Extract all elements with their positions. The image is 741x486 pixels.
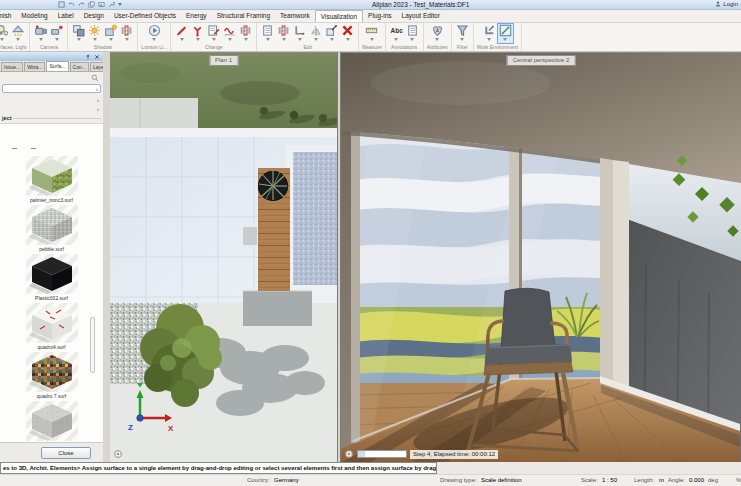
country-value: Germany — [274, 477, 299, 483]
undo-icon[interactable] — [68, 1, 75, 8]
list-size-handles[interactable] — [12, 148, 36, 149]
svg-text:Z: Z — [128, 423, 133, 432]
tab-issues[interactable]: Issue... — [1, 62, 23, 71]
material-item[interactable]: quadro4.surf — [0, 303, 103, 350]
viewport-plan[interactable]: Z X Plan 1 — [110, 52, 337, 462]
length-unit[interactable]: m — [659, 477, 664, 483]
panel-gutter[interactable] — [103, 52, 110, 462]
mirror-icon[interactable] — [308, 24, 323, 43]
material-item[interactable]: palmier_tronc3.surf — [0, 156, 103, 203]
drawing-type-value[interactable]: Scale definition — [481, 477, 522, 483]
measure-icon[interactable] — [364, 24, 379, 43]
sun-position-icon[interactable] — [87, 24, 102, 43]
viewport-settings-icon[interactable] — [344, 449, 354, 459]
collapsed-section-1[interactable]: › — [0, 95, 103, 104]
ribbon-group-attributes: Attributes — [424, 23, 452, 51]
render-progress-text: Step 4, Elapsed time: 00:00:12 — [410, 450, 498, 459]
menu-item-visualization[interactable]: Visualization — [315, 10, 363, 22]
menu-item-teamwork[interactable]: Teamwork — [275, 10, 315, 22]
move-copy-icon[interactable] — [324, 24, 339, 43]
menu-item-design[interactable]: Design — [79, 10, 109, 22]
close-icon[interactable] — [94, 54, 100, 60]
menu-item-plug-ins[interactable]: Plug-ins — [363, 10, 396, 22]
pin-icon[interactable] — [85, 54, 91, 60]
light-settings-icon[interactable] — [10, 24, 25, 43]
materials-scrollbar[interactable] — [90, 317, 95, 373]
group-label: Work Environment — [477, 44, 518, 50]
modify-pen-icon[interactable] — [174, 24, 189, 43]
modify-line-icon[interactable] — [222, 24, 237, 43]
label-icon[interactable] — [405, 24, 420, 43]
palette-footer: Close — [0, 442, 103, 462]
scale-value[interactable]: 1 : 50 — [602, 477, 617, 483]
divide-icon[interactable] — [190, 24, 205, 43]
menu-item-label[interactable]: Label — [53, 10, 79, 22]
shadow-settings-icon[interactable] — [103, 24, 118, 43]
group-label: Shadow — [94, 44, 112, 50]
clipboard-icon[interactable] — [260, 24, 275, 43]
app-window-icon[interactable] — [58, 1, 65, 8]
copy-icon[interactable] — [88, 1, 95, 8]
material-thumbnail-plastic — [26, 254, 78, 294]
trim-icon[interactable] — [276, 24, 291, 43]
viewport-perspective[interactable]: Central perspective 2 Step 4, Elapsed ti… — [341, 52, 741, 462]
tools-icon[interactable] — [108, 1, 115, 8]
group-label: Filter — [457, 44, 468, 50]
camera-path-icon[interactable] — [33, 24, 48, 43]
quickbar-dropdown-icon[interactable] — [118, 3, 122, 8]
plan-render[interactable]: Z X — [110, 53, 337, 462]
ribbon-group-camera: Camera — [30, 23, 68, 51]
country-label: Country: — [247, 477, 270, 483]
tab-wizards[interactable]: Wiza... — [24, 62, 45, 71]
material-item[interactable]: QUERCIA TRONCO E... — [0, 401, 103, 442]
tab-surfaces[interactable]: Surfa... — [46, 61, 68, 71]
menu-item-structural-framing[interactable]: Structural Framing — [212, 10, 275, 22]
materials-list: palmier_tronc3.surf pebble.surf — [0, 123, 103, 442]
ribbon-group-filter: Filter — [452, 23, 474, 51]
surface-category-dropdown[interactable]: › — [2, 84, 101, 93]
redo-icon[interactable] — [78, 1, 85, 8]
material-item[interactable]: Plastic002.surf — [0, 254, 103, 301]
search-icon[interactable] — [91, 74, 99, 82]
material-thumbnail-quercia — [26, 401, 78, 441]
menu-item-finish[interactable]: Finish — [0, 10, 16, 22]
close-button[interactable]: Close — [41, 447, 91, 459]
lumion-livesync-icon[interactable] — [147, 24, 162, 43]
viewport-label[interactable]: Central perspective 2 — [507, 55, 576, 66]
menu-bar: Finish Modeling Label Design User-Define… — [0, 10, 741, 23]
view-icon[interactable] — [98, 1, 105, 8]
workspace-icon[interactable] — [482, 24, 497, 43]
camera-settings-icon[interactable] — [49, 24, 64, 43]
angle-value[interactable]: 0.000 — [689, 477, 704, 483]
viewport-label[interactable]: Plan 1 — [209, 55, 238, 66]
viewport-settings-icon[interactable] — [113, 449, 123, 459]
assign-attributes-icon[interactable] — [430, 24, 445, 43]
material-thumbnail-tree — [26, 156, 78, 196]
shadow-section-icon[interactable] — [119, 24, 134, 43]
edit-document-icon[interactable] — [206, 24, 221, 43]
material-item[interactable]: quadro 7.surf — [0, 352, 103, 399]
match-properties-icon[interactable] — [238, 24, 253, 43]
ribbon-group-change: Change — [171, 23, 257, 51]
text-icon[interactable]: Abc — [389, 24, 404, 43]
material-name: Plastic002.surf — [35, 295, 68, 301]
menu-item-user-defined-objects[interactable]: User-Defined Objects — [109, 10, 181, 22]
menu-item-energy[interactable]: Energy — [181, 10, 212, 22]
shadow-toggle-icon[interactable] — [71, 24, 86, 43]
menu-item-modeling[interactable]: Modeling — [16, 10, 52, 22]
filter-icon[interactable] — [455, 24, 470, 43]
material-item[interactable]: pebble.surf — [0, 205, 103, 252]
main-area: Issue... Wiza... Surfa... Con... Layers … — [0, 52, 741, 462]
login-button[interactable]: Login — [715, 1, 738, 7]
perspective-render[interactable] — [341, 53, 741, 462]
status-bar: Country: Germany Drawing type: Scale def… — [0, 474, 741, 486]
svg-text:Abc: Abc — [390, 27, 402, 34]
delete-icon[interactable] — [340, 24, 355, 43]
light-objects-icon[interactable] — [0, 24, 9, 43]
corner-icon[interactable] — [292, 24, 307, 43]
prompt-text: es to 3D, Archit. Elements> Assign surfa… — [0, 462, 437, 474]
collapsed-section-2[interactable]: › — [0, 104, 103, 113]
tab-connect[interactable]: Con... — [70, 62, 89, 71]
active-viewport-icon[interactable] — [498, 24, 513, 43]
menu-item-layout-editor[interactable]: Layout Editor — [397, 10, 445, 22]
